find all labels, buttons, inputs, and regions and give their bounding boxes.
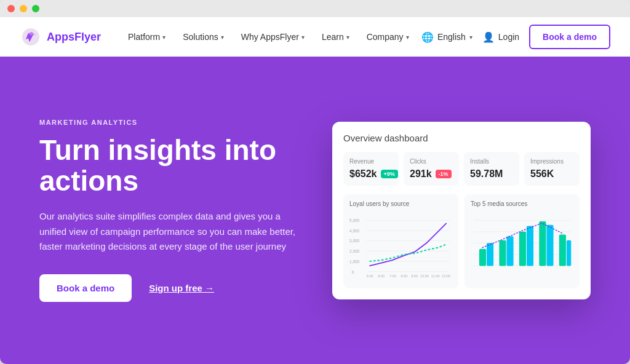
svg-text:6:00: 6:00	[378, 274, 385, 278]
metric-installs-label: Installs	[470, 158, 513, 165]
language-selector[interactable]: 🌐 English ▾	[421, 31, 472, 43]
chevron-down-icon: ▾	[346, 34, 349, 41]
close-button[interactable]	[7, 5, 15, 12]
book-demo-hero-button[interactable]: Book a demo	[39, 274, 132, 302]
nav-learn[interactable]: Learn ▾	[314, 27, 357, 47]
chevron-down-icon: ▾	[469, 34, 472, 41]
titlebar	[0, 0, 630, 17]
metric-clicks-label: Clicks	[410, 158, 453, 165]
logo-text: AppsFlyer	[47, 31, 101, 44]
svg-text:5,000: 5,000	[349, 218, 360, 223]
metric-revenue-badge: +9%	[381, 170, 398, 178]
nav-links: Platform ▾ Solutions ▾ Why AppsFlyer ▾ L…	[121, 27, 421, 47]
svg-text:12:00: 12:00	[442, 274, 450, 278]
svg-text:5:00: 5:00	[367, 274, 373, 278]
hero-title: Turn insights into actions	[39, 135, 303, 197]
chevron-down-icon: ▾	[406, 34, 409, 41]
metric-clicks-value: 291k	[410, 168, 432, 180]
metric-clicks-badge: -1%	[436, 170, 452, 178]
navbar: AppsFlyer Platform ▾ Solutions ▾ Why App…	[0, 17, 630, 57]
hero-actions: Book a demo Sign up free →	[39, 274, 303, 302]
user-icon: 👤	[482, 31, 495, 43]
svg-rect-32	[546, 224, 553, 266]
page: AppsFlyer Platform ▾ Solutions ▾ Why App…	[0, 17, 630, 364]
dashboard-title: Overview dashboard	[343, 133, 580, 143]
svg-text:3,000: 3,000	[349, 239, 360, 243]
hero-content: Marketing Analytics Turn insights into a…	[39, 119, 303, 302]
maximize-button[interactable]	[32, 5, 39, 12]
nav-right: 🌐 English ▾ 👤 Login Book a demo	[421, 25, 610, 49]
loyal-users-chart: Loyal users by source 5,000	[343, 194, 458, 288]
svg-text:7:00: 7:00	[389, 274, 396, 278]
metrics-row: Revenue $652k +9% Clicks 291k -1%	[343, 152, 580, 186]
svg-text:0: 0	[352, 269, 354, 274]
nav-solutions[interactable]: Solutions ▾	[175, 27, 231, 47]
nav-platform[interactable]: Platform ▾	[121, 27, 173, 47]
metric-clicks: Clicks 291k -1%	[404, 152, 459, 186]
svg-rect-31	[539, 221, 546, 266]
chevron-down-icon: ▾	[301, 34, 305, 41]
book-demo-nav-button[interactable]: Book a demo	[529, 25, 610, 49]
svg-rect-28	[506, 236, 513, 266]
metric-installs: Installs 59.78M	[464, 152, 519, 186]
bar-chart	[471, 212, 573, 280]
metric-impressions-value: 556K	[530, 168, 554, 180]
metric-revenue: Revenue $652k +9%	[343, 152, 399, 186]
minimize-button[interactable]	[20, 5, 27, 12]
metric-revenue-label: Revenue	[349, 158, 393, 165]
signup-link[interactable]: Sign up free →	[149, 283, 214, 293]
hero-tag: Marketing Analytics	[39, 119, 303, 126]
chart1-title: Loyal users by source	[349, 200, 452, 207]
chevron-down-icon: ▾	[162, 34, 165, 41]
metric-revenue-value: $652k	[349, 168, 377, 180]
charts-row: Loyal users by source 5,000	[343, 194, 580, 288]
nav-why-appsflyer[interactable]: Why AppsFlyer ▾	[234, 27, 312, 47]
svg-text:8:00: 8:00	[401, 274, 408, 278]
svg-text:9:00: 9:00	[411, 274, 418, 278]
svg-rect-29	[519, 231, 526, 266]
svg-text:4,000: 4,000	[349, 228, 360, 232]
svg-rect-25	[479, 248, 486, 266]
line-chart: 5,000 4,000 3,000 2,000 1,000 0 5:00 6:0…	[349, 212, 452, 280]
hero-description: Our analytics suite simplifies complex d…	[39, 209, 303, 255]
login-button[interactable]: 👤 Login	[482, 31, 519, 43]
logo-icon	[20, 26, 42, 48]
svg-text:1,000: 1,000	[349, 259, 360, 263]
svg-rect-26	[487, 243, 493, 266]
metric-installs-value: 59.78M	[470, 168, 503, 180]
dashboard-card: Overview dashboard Revenue $652k +9%	[332, 122, 591, 299]
hero-section: Marketing Analytics Turn insights into a…	[0, 57, 630, 364]
hero-dashboard: Overview dashboard Revenue $652k +9%	[327, 122, 591, 299]
browser-window: AppsFlyer Platform ▾ Solutions ▾ Why App…	[0, 0, 630, 364]
metric-impressions-label: Impressions	[530, 158, 573, 165]
svg-rect-34	[567, 240, 571, 266]
nav-company[interactable]: Company ▾	[359, 27, 417, 47]
chevron-down-icon: ▾	[221, 34, 224, 41]
metric-impressions: Impressions 556K	[524, 152, 580, 186]
logo[interactable]: AppsFlyer	[20, 26, 101, 48]
svg-text:11:00: 11:00	[431, 274, 440, 278]
chart2-title: Top 5 media sources	[471, 200, 573, 207]
svg-text:2,000: 2,000	[349, 249, 360, 253]
svg-rect-30	[527, 226, 533, 266]
svg-rect-27	[499, 240, 506, 266]
svg-rect-33	[559, 234, 566, 266]
media-sources-chart: Top 5 media sources	[465, 194, 580, 288]
globe-icon: 🌐	[421, 31, 434, 43]
svg-text:10:00: 10:00	[420, 274, 429, 278]
